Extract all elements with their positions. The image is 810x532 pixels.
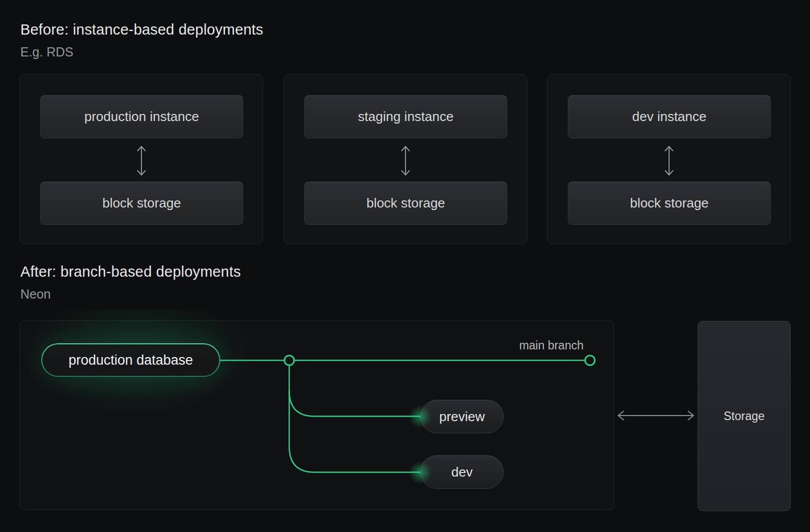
bidirectional-vertical-arrow-icon	[661, 142, 677, 179]
storage-box: Storage	[698, 321, 791, 511]
staging-instance-label: staging instance	[358, 109, 454, 125]
env-card-staging: staging instance block storage	[283, 74, 527, 244]
bidirectional-vertical-arrow-icon	[398, 142, 413, 179]
bidirectional-horizontal-arrow-icon	[615, 407, 697, 424]
production-database-pill: production database	[41, 343, 220, 377]
block-storage-box: block storage	[304, 182, 507, 225]
block-storage-box: block storage	[568, 182, 771, 225]
staging-instance-box: staging instance	[304, 95, 507, 138]
dev-instance-box: dev instance	[568, 95, 771, 138]
after-section-title: After: branch-based deployments	[20, 263, 241, 280]
production-instance-label: production instance	[84, 109, 199, 125]
block-storage-label: block storage	[630, 195, 709, 211]
block-storage-label: block storage	[102, 195, 181, 211]
production-instance-box: production instance	[40, 95, 243, 138]
preview-branch-label: preview	[439, 409, 485, 425]
before-section-title: Before: instance-based deployments	[20, 21, 264, 38]
page-canvas: Before: instance-based deployments E.g. …	[0, 0, 810, 532]
bidirectional-vertical-arrow-icon	[134, 142, 149, 179]
block-storage-box: block storage	[40, 182, 243, 225]
after-section-subtitle: Neon	[20, 287, 51, 302]
block-storage-label: block storage	[366, 195, 445, 211]
main-branch-label: main branch	[482, 339, 584, 352]
dev-branch-pill: dev	[420, 455, 504, 489]
dev-branch-label: dev	[451, 464, 473, 480]
env-card-dev: dev instance block storage	[547, 74, 791, 244]
preview-branch-pill: preview	[420, 400, 504, 433]
dev-instance-label: dev instance	[632, 109, 707, 125]
production-database-label: production database	[69, 352, 193, 368]
env-card-production: production instance block storage	[19, 74, 263, 244]
before-section-subtitle: E.g. RDS	[20, 45, 73, 60]
storage-label: Storage	[724, 409, 765, 423]
